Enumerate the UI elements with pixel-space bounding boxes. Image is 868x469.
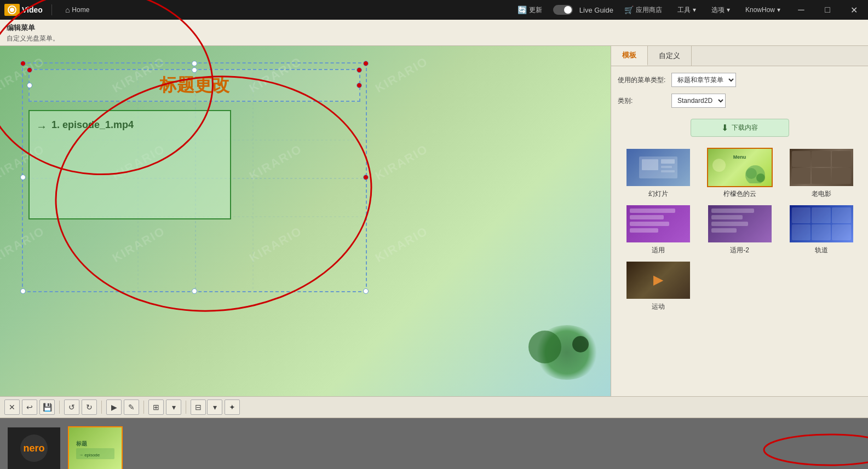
nero-thumb-bg: nero — [8, 427, 60, 469]
template-general2[interactable]: 适用-2 — [702, 204, 778, 255]
svg-rect-9 — [642, 159, 658, 170]
tab-custom[interactable]: 自定义 — [648, 46, 692, 66]
template-thumb-slideshow — [625, 148, 691, 187]
episode-box[interactable]: → 1. episode_1.mp4 — [28, 110, 231, 219]
update-icon: 🔄 — [518, 5, 527, 14]
tools-button[interactable]: 工具 ▾ — [673, 4, 700, 16]
grid-arrow-button[interactable]: ▾ — [166, 399, 181, 415]
minimize-button[interactable]: ─ — [791, 0, 811, 20]
right-content: 使用的菜单类型: 标题和章节菜单 类别: Standard2D ⬇ — [611, 66, 868, 396]
slideshow-visual — [626, 149, 690, 186]
download-button[interactable]: ⬇ 下载内容 — [691, 119, 789, 137]
menu-type-select-wrapper: 标题和章节菜单 — [671, 73, 861, 87]
handle-area-tl[interactable] — [20, 61, 26, 66]
template-orbit[interactable]: 轨道 — [783, 204, 859, 255]
handle-area-ml[interactable] — [20, 175, 26, 180]
rotate-right-button[interactable]: ↻ — [82, 399, 97, 415]
toolbar-sep-3 — [143, 401, 144, 414]
liveguide-label: Live Guide — [579, 6, 613, 14]
options-button[interactable]: 选项 ▾ — [707, 4, 734, 16]
template-thumb-oldfilm — [789, 148, 854, 187]
layout-button[interactable]: ⊟ — [191, 399, 206, 415]
episode-arrow-icon: → — [36, 120, 47, 133]
undo-button[interactable]: ↩ — [22, 399, 37, 415]
menu-type-row: 使用的菜单类型: 标题和章节菜单 — [618, 73, 861, 87]
templates-grid: 幻灯片 Menu — [618, 146, 861, 314]
download-label: 下载内容 — [732, 123, 758, 132]
orbit-cell-3 — [832, 207, 851, 223]
home-icon: ⌂ — [65, 5, 70, 14]
gen-line-4 — [630, 228, 658, 233]
template-thumb-general2 — [707, 204, 773, 244]
oldfilm-cell-3 — [832, 151, 851, 167]
handle-title-ml[interactable] — [27, 83, 32, 88]
toolbar-sep-4 — [186, 401, 186, 414]
svg-rect-10 — [661, 159, 675, 164]
svg-text:标题: 标题 — [76, 441, 87, 447]
template-general[interactable]: 适用 — [620, 204, 696, 255]
save-toolbar-button[interactable]: 💾 — [39, 399, 55, 415]
liveguide-toggle[interactable] — [553, 5, 573, 15]
orbit-cell-5 — [812, 224, 831, 240]
play-button[interactable]: ▶ — [106, 399, 122, 415]
download-icon: ⬇ — [721, 123, 728, 133]
oldfilm-visual — [790, 149, 853, 186]
page-title: 编辑菜单 — [7, 23, 861, 33]
gen-line-3 — [630, 222, 670, 226]
tools-arrow-icon: ▾ — [693, 6, 696, 14]
template-lemon[interactable]: Menu 柠檬色的云 — [702, 148, 778, 199]
thumb-main-menu-img: 标题 → episode — [68, 426, 123, 469]
appstore-icon: 🛒 — [624, 5, 634, 14]
maximize-button[interactable]: □ — [818, 0, 837, 20]
toolbar-sep-2 — [101, 401, 102, 414]
layout-arrow-button[interactable]: ▾ — [207, 399, 222, 415]
template-slideshow[interactable]: 幻灯片 — [620, 148, 696, 199]
category-row: 类别: Standard2D — [618, 94, 861, 108]
close-button[interactable]: ✕ — [844, 0, 864, 20]
update-label: 更新 — [529, 5, 542, 15]
template-label-general2: 适用-2 — [730, 246, 749, 255]
handle-title-mr[interactable] — [357, 83, 362, 88]
home-label: Home — [72, 6, 89, 14]
handle-area-bc[interactable] — [192, 288, 197, 294]
knowhow-button[interactable]: KnowHow ▾ — [741, 4, 785, 15]
handle-area-tr[interactable] — [363, 61, 369, 66]
handle-area-bl[interactable] — [20, 288, 26, 294]
rotate-left-button[interactable]: ↺ — [64, 399, 79, 415]
handle-area-mr[interactable] — [363, 175, 369, 180]
oldfilm-cell-1 — [792, 151, 811, 167]
menu-title-box[interactable]: 标题更改 — [28, 69, 360, 102]
thumb-main-menu[interactable]: 标题 → episode 主菜单 — [68, 426, 123, 469]
home-button[interactable]: ⌂ Home — [61, 4, 94, 16]
category-select[interactable]: Standard2D — [671, 94, 726, 108]
tab-template[interactable]: 模板 — [611, 46, 648, 66]
orbit-cell-4 — [792, 224, 811, 240]
handle-area-br[interactable] — [363, 288, 369, 294]
grid-button[interactable]: ⊞ — [148, 399, 164, 415]
template-thumb-general — [625, 204, 691, 244]
handle-title-tc[interactable] — [192, 67, 197, 73]
orbit-cell-6 — [832, 224, 851, 240]
handle-title-tl[interactable] — [27, 67, 32, 73]
toolbar-sep-1 — [59, 401, 60, 414]
mark-button[interactable]: ✎ — [124, 399, 139, 415]
menu-design-area[interactable]: 标题更改 → 1. episode_1.mp4 — [22, 62, 367, 292]
handle-title-tr[interactable] — [357, 67, 362, 73]
template-sport[interactable]: ▶ 运动 — [620, 260, 696, 311]
deco-circle-small — [572, 336, 589, 352]
page-header: 编辑菜单 自定义光盘菜单。 — [0, 20, 868, 46]
template-label-general: 适用 — [652, 246, 665, 255]
options-arrow-icon: ▾ — [727, 6, 730, 14]
menu-type-select[interactable]: 标题和章节菜单 — [671, 73, 736, 87]
stars-button[interactable]: ✦ — [225, 399, 240, 415]
appstore-button[interactable]: 🛒 应用商店 — [620, 4, 666, 16]
update-button[interactable]: 🔄 更新 — [513, 4, 547, 16]
thumb-open-video[interactable]: nero 开场视频 — [7, 426, 61, 469]
thumb-strip: nero 开场视频 标题 → episode 主菜单 — [0, 418, 868, 469]
svg-point-16 — [712, 159, 726, 172]
handle-area-tc[interactable] — [192, 61, 197, 66]
episode-label: 1. episode_1.mp4 — [51, 119, 134, 131]
template-oldfilm[interactable]: 老电影 — [783, 148, 859, 199]
delete-button[interactable]: ✕ — [4, 399, 20, 415]
btn-group-1: ⊟ ▾ — [191, 399, 222, 415]
